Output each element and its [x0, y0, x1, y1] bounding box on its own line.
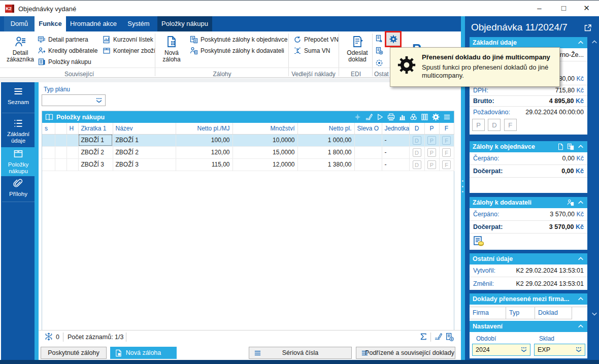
close-button[interactable]: ✕ [575, 1, 598, 16]
sidebar-item-seznam[interactable]: Seznam [1, 86, 36, 106]
person-arrow-icon [38, 47, 46, 55]
card-header[interactable]: Doklady přenesené mezi firma... [470, 293, 587, 305]
detail-partnera-button[interactable]: Detail partnera [38, 35, 88, 45]
documents-icon[interactable] [567, 143, 574, 150]
settings-gear-icon[interactable] [432, 113, 440, 121]
flag-f-button[interactable]: F [504, 119, 517, 131]
scroll-up-icon[interactable] [591, 39, 598, 46]
add-document-icon[interactable] [445, 333, 454, 341]
plan-type-dropdown[interactable] [42, 94, 106, 106]
flag-f[interactable]: F [442, 136, 451, 145]
obdobi-dropdown[interactable]: 2024 [472, 344, 530, 356]
dropdown-chevron-icon [95, 97, 103, 104]
columns-icon[interactable] [421, 113, 428, 121]
flag-d[interactable]: D [413, 136, 421, 145]
tab-polozky-nakupu[interactable]: Položky nákupu [157, 16, 212, 31]
col-f[interactable]: F [439, 123, 454, 134]
kredity-odberatele-button[interactable]: Kredity odběratele [38, 46, 97, 56]
tab-domu[interactable]: Domů [4, 16, 35, 31]
col-firma[interactable]: Firma [470, 307, 506, 319]
col-jednotka[interactable]: Jednotka [382, 123, 409, 134]
detail-zakaznika-button[interactable]: Detail zákazníka [6, 35, 35, 63]
col-p[interactable]: P [424, 123, 439, 134]
col-h[interactable]: H [66, 123, 78, 134]
col-d[interactable]: D [409, 123, 424, 134]
doc-transfer-button[interactable] [375, 34, 383, 44]
document-coin-icon[interactable] [473, 235, 485, 247]
flag-p[interactable]: P [427, 136, 436, 145]
tab-funkce[interactable]: Funkce [35, 16, 66, 31]
minimize-button[interactable]: – [528, 1, 551, 16]
table-row[interactable]: ZBOŽÍ 1 ZBOŽÍ 1 100,00 10,0000 1 000,00 … [42, 134, 454, 146]
nova-zaloha-button[interactable]: Nová záloha [110, 347, 177, 359]
card-header[interactable]: Ostatní údaje [470, 253, 587, 264]
collapse-icon[interactable] [577, 39, 584, 46]
col-doklad[interactable]: Doklad [535, 307, 572, 319]
col-sleva[interactable]: Sleva O [354, 123, 382, 134]
menu-icon[interactable] [443, 113, 451, 121]
doc-cancel-button[interactable] [375, 46, 383, 56]
edit-icon[interactable] [434, 333, 442, 341]
col-blank[interactable] [55, 123, 66, 134]
splitter-handle[interactable] [462, 180, 464, 192]
poskytnute-zalohy-dodavateli-button[interactable]: Poskytnuté zálohy k dodavateli [190, 46, 284, 56]
tab-hromadne-akce[interactable]: Hromadné akce [66, 16, 121, 31]
podrizene-doklady-button[interactable]: Podřízené a související doklady [356, 347, 455, 359]
col-mnozstvi[interactable]: Množství [232, 123, 297, 134]
sidebar-item-prilohy[interactable]: Přílohy [1, 178, 36, 197]
person-document-icon[interactable] [567, 199, 574, 206]
collapse-icon[interactable] [577, 255, 584, 262]
collapse-icon[interactable] [577, 143, 584, 150]
odeslat-doklad-button[interactable]: Odeslat doklad [343, 35, 372, 63]
collapse-icon[interactable] [577, 199, 584, 206]
card-header[interactable]: Nastavení [470, 321, 587, 332]
prepocet-vn-button[interactable]: Přepočet VN [293, 35, 339, 45]
card-header[interactable]: Zálohy k dodavateli [470, 197, 587, 208]
card-header[interactable]: Základní údaje [470, 37, 587, 48]
scroll-down-icon[interactable] [591, 310, 598, 317]
chart-icon [103, 36, 111, 44]
freeze-icon[interactable] [45, 333, 53, 341]
sidebar-item-polozky-nakupu[interactable]: Položky nákupu [1, 147, 36, 176]
circle-a-button[interactable] [375, 58, 383, 68]
open-external-icon[interactable] [584, 24, 592, 32]
poskytnute-zalohy-objednavce-button[interactable]: Poskytnuté zálohy k objednávce [190, 35, 287, 45]
kontejner-zbozi-button[interactable]: Kontejner zboží [103, 46, 155, 56]
col-nazev[interactable]: Název [113, 123, 176, 134]
seriova-cisla-button[interactable]: Sériová čísla [249, 347, 352, 359]
edit-icon[interactable] [365, 113, 373, 121]
sum-icon[interactable] [419, 333, 427, 341]
collapse-icon[interactable] [577, 323, 584, 330]
flag-p-button[interactable]: P [472, 119, 485, 131]
nova-zaloha-ribbon-button[interactable]: Nová záloha [157, 35, 186, 63]
document-arrow-icon [375, 35, 383, 43]
run-icon[interactable] [376, 113, 384, 121]
sidebar-item-zakladni-udaje[interactable]: Základní údaje [1, 118, 36, 144]
col-netto-mj[interactable]: Netto pl./MJ [176, 123, 232, 134]
polozky-nakupu-button[interactable]: Položky nákupu [38, 57, 91, 67]
tab-system[interactable]: Systém [121, 16, 156, 31]
table-row[interactable]: ZBOŽÍ 2 ZBOŽÍ 2 120,00 15,0000 1 800,00 … [42, 146, 454, 158]
magic-icon[interactable] [354, 113, 361, 121]
card-header[interactable]: Zálohy k objednávce [470, 141, 587, 152]
col-typ[interactable]: Typ [506, 307, 535, 319]
flag-buttons: P D F [470, 118, 587, 132]
cell-zkratka[interactable]: ZBOŽÍ 1 [78, 134, 113, 146]
col-zkratka[interactable]: Zkratka 1 [78, 123, 113, 134]
sklad-dropdown[interactable]: EXP [534, 344, 585, 356]
reports-icon[interactable] [410, 113, 417, 121]
maximize-button[interactable]: □ [552, 1, 575, 16]
kurzovni-listek-button[interactable]: Kurzovní lístek [103, 35, 153, 45]
chart-icon[interactable] [398, 113, 406, 121]
poskytnute-zalohy-button[interactable]: Poskytnuté zálohy [41, 347, 107, 359]
plan-type-label: Typ plánu [44, 86, 70, 93]
flag-d-button[interactable]: D [488, 119, 501, 131]
col-netto-pl[interactable]: Netto pl. [297, 123, 354, 134]
suma-vn-button[interactable]: Suma VN [293, 46, 330, 56]
document-icon[interactable] [557, 143, 564, 150]
table-row[interactable]: ZBOŽÍ 3 ZBOŽÍ 3 115,00 12,0000 1 380,00 … [42, 158, 454, 171]
book-icon [45, 113, 53, 121]
collapse-icon[interactable] [577, 295, 584, 303]
col-s[interactable]: s [42, 123, 55, 134]
print-icon[interactable] [387, 113, 395, 121]
